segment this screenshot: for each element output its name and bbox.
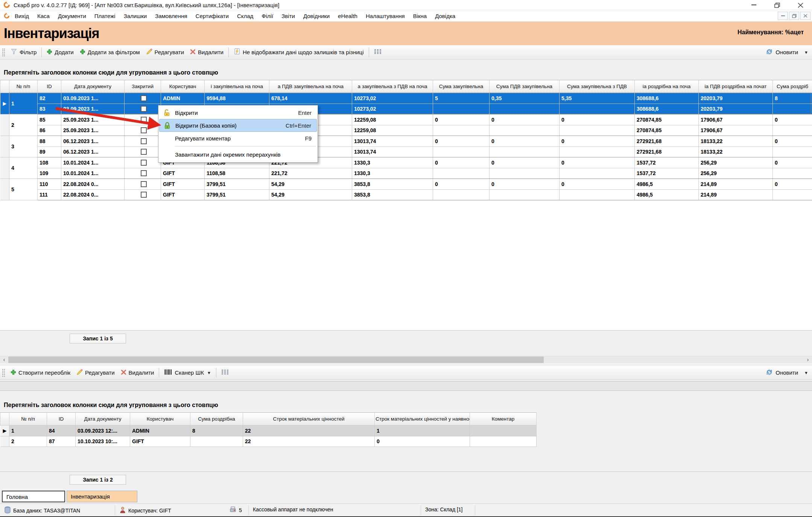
pencil-icon xyxy=(146,49,152,56)
create-recount-button[interactable]: Створити переоблік xyxy=(8,368,73,378)
header-material-rows-available[interactable]: Строк матеріальних цінностей у наявності xyxy=(375,413,470,425)
header-num[interactable]: № п/п xyxy=(9,413,47,425)
context-menu-item-open-base-copy[interactable]: Відкрити (Базова копія) Ctrl+Enter xyxy=(159,119,317,132)
column-chooser-button[interactable] xyxy=(371,47,385,57)
refresh-dropdown-caret[interactable]: ▼ xyxy=(804,50,808,55)
row-indicator xyxy=(0,114,9,136)
add-button[interactable]: Додати xyxy=(44,47,76,57)
menu-item-warehouse[interactable]: Склад xyxy=(237,13,253,19)
header-num[interactable]: № п/п xyxy=(9,80,38,93)
table-row: 83 03.09.2023 1... ADMIN 9594,88 678,14 … xyxy=(0,104,812,114)
tab-home[interactable]: Головна xyxy=(2,491,65,502)
menu-item-reports[interactable]: Звіти xyxy=(281,13,295,19)
barcode-icon xyxy=(164,369,172,376)
header-vat-purchase-start[interactable]: а ПДВ закупівельна на поча xyxy=(269,80,352,93)
refresh-button[interactable]: Оновити xyxy=(762,46,801,58)
edit-button[interactable]: Редагувати xyxy=(73,368,118,378)
mdi-restore-button[interactable] xyxy=(789,12,799,20)
record-counter: Запис 1 із 5 xyxy=(70,334,126,343)
scrollbar-thumb[interactable] xyxy=(8,357,544,363)
cell-group-num[interactable]: 5 xyxy=(9,179,38,200)
close-button[interactable] xyxy=(789,0,812,10)
cell-group-num[interactable]: 2 xyxy=(9,114,38,136)
closed-checkbox[interactable] xyxy=(141,192,147,198)
menu-item-orders[interactable]: Замовлення xyxy=(155,13,187,19)
menu-item-payments[interactable]: Платежі xyxy=(94,13,116,19)
horizontal-scrollbar[interactable]: ‹ › xyxy=(0,356,812,363)
header-sum-purchase-with-vat[interactable]: Сума закупівельна з ПДВ xyxy=(560,80,635,93)
refresh-dropdown-caret[interactable]: ▼ xyxy=(804,371,808,375)
menu-item-windows[interactable]: Вікна xyxy=(413,13,427,19)
header-purchase-start[interactable]: і закупівельна на поча xyxy=(205,80,269,93)
header-sum-vat-purchase[interactable]: Сума ПДВ закупівельна xyxy=(490,80,560,93)
user-label: Користувач: GIFT xyxy=(128,508,171,514)
menu-item-directories[interactable]: Довідники xyxy=(303,13,330,19)
header-sum-purchase[interactable]: Сума закупівельна xyxy=(433,80,490,93)
header-purchase-with-vat-start[interactable]: а закупівельна з ПДВ на поча xyxy=(352,80,433,93)
closed-checkbox[interactable] xyxy=(141,106,147,112)
delete-button[interactable]: Видалити xyxy=(118,368,157,378)
header-retail-start[interactable]: іа роздрібна на поча xyxy=(635,80,699,93)
toolbar-drag-handle[interactable] xyxy=(2,48,5,56)
delete-button[interactable]: Видалити xyxy=(187,47,227,57)
closed-checkbox[interactable] xyxy=(141,138,147,144)
menu-item-branches[interactable]: Філії xyxy=(262,13,273,19)
lock-open-yellow-icon xyxy=(159,109,175,116)
add-by-filter-button[interactable]: Додати за фільтром xyxy=(77,47,143,57)
header-date[interactable]: Дата документу xyxy=(76,413,130,425)
window-title: Скарб pro v. 4.0.2.77 [ІД: 969] - [Апт №… xyxy=(14,2,279,8)
menu-item-documents[interactable]: Документи xyxy=(58,13,86,19)
header-id[interactable]: ID xyxy=(38,80,61,93)
scroll-right-icon[interactable]: › xyxy=(804,356,812,363)
tab-inventory[interactable]: Інвентаризація xyxy=(67,491,137,502)
filter-button[interactable]: Фільтр xyxy=(8,47,40,58)
barcode-scanner-button[interactable]: Сканер ШК ▼ xyxy=(161,368,214,378)
menu-item-settings[interactable]: Налаштування xyxy=(366,13,405,19)
minimize-button[interactable] xyxy=(742,0,765,10)
page-title: Інвентаризація xyxy=(4,26,99,41)
context-menu-item-open[interactable]: Відкрити Enter xyxy=(159,106,317,119)
toolbar-drag-handle[interactable] xyxy=(2,369,5,377)
menu-item-stock[interactable]: Залишки xyxy=(124,13,147,19)
context-menu-item-edit-comment[interactable]: Редагувати коментар F9 xyxy=(159,132,317,145)
header-sum-retail[interactable]: Сума роздріб xyxy=(773,80,812,93)
cell-group-num[interactable]: 1 xyxy=(9,93,38,114)
columns-icon xyxy=(374,49,382,56)
header-date[interactable]: Дата документу xyxy=(61,80,125,93)
menu-item-help[interactable]: Довідка xyxy=(435,13,455,19)
closed-checkbox[interactable] xyxy=(141,181,147,187)
scroll-left-icon[interactable]: ‹ xyxy=(0,356,8,363)
refresh-button[interactable]: Оновити xyxy=(762,367,801,379)
refresh-icon xyxy=(765,48,773,57)
menu-item-kasa[interactable]: Каса xyxy=(37,13,50,19)
grid-footer: Запис 1 із 2 xyxy=(0,471,812,490)
closed-checkbox[interactable] xyxy=(141,170,147,176)
header-material-rows[interactable]: Строк матеріальних цінностей xyxy=(243,413,375,425)
context-menu-item-load-recount-data[interactable]: Завантажити дані окремих перерахунків xyxy=(159,148,317,161)
header-user[interactable]: Користувач xyxy=(130,413,190,425)
closed-checkbox[interactable] xyxy=(141,127,147,133)
cell-group-num[interactable]: 3 xyxy=(9,136,38,157)
filter-icon xyxy=(11,48,17,56)
menu-item-ehealth[interactable]: eHealth xyxy=(338,13,357,19)
header-indicator xyxy=(0,413,9,425)
header-user[interactable]: Користувач xyxy=(161,80,205,93)
mdi-close-button[interactable] xyxy=(800,12,810,20)
header-comment[interactable]: Коментар xyxy=(470,413,537,425)
closed-checkbox[interactable] xyxy=(141,117,147,123)
closed-checkbox[interactable] xyxy=(141,160,147,166)
column-chooser-button[interactable] xyxy=(218,368,232,378)
mdi-minimize-button[interactable] xyxy=(778,12,788,20)
edit-button[interactable]: Редагувати xyxy=(143,47,187,58)
menu-item-certificates[interactable]: Сертифікати xyxy=(196,13,229,19)
header-id[interactable]: ID xyxy=(47,413,76,425)
hide-residue-data-button[interactable]: Не відображати дані щодо залишків та різ… xyxy=(231,47,367,58)
closed-checkbox[interactable] xyxy=(141,149,147,155)
restore-button[interactable] xyxy=(765,0,789,10)
header-sum-retail[interactable]: Сума роздрібна xyxy=(190,413,243,425)
header-vat-retail-start[interactable]: іа ПДВ роздрібна на почат xyxy=(699,80,773,93)
menu-item-exit[interactable]: Вихід xyxy=(15,13,29,19)
cell-group-num[interactable]: 4 xyxy=(9,157,38,179)
closed-checkbox[interactable] xyxy=(141,95,147,101)
header-closed[interactable]: Закритий xyxy=(125,80,161,93)
